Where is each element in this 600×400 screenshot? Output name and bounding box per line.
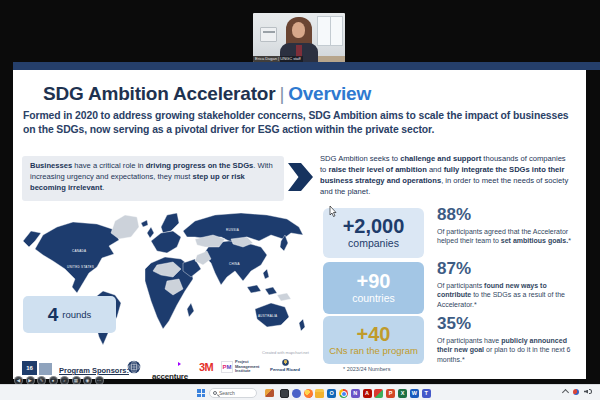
chrome-icon[interactable] [339,389,348,398]
chevron-right-icon [288,163,313,191]
desktop-app-icon[interactable] [280,389,289,398]
slide-number: 16 [22,361,37,375]
map-credit: Created with mapchart.net [262,350,309,355]
slide-title-separator: | [275,83,288,104]
stat-pct-87: 87% Of participants found new ways to co… [437,260,579,309]
widgets-button[interactable] [265,389,274,397]
stat-label-countries: countries [352,293,395,305]
teams-new-icon[interactable]: T [422,389,431,398]
tray-chevron-up-icon[interactable] [562,389,569,396]
pernod-ricard-logo: Pernod Ricard [265,359,305,372]
pct-desc-87: Of participants found new ways to contri… [437,281,579,309]
stat-value-companies: +2,000 [343,216,405,237]
map-label-russia: RUSSIA [226,229,239,232]
outlook-icon[interactable]: O [327,389,336,398]
un-global-compact-logo-icon [127,360,141,374]
taskbar-search[interactable]: Search [209,388,257,398]
stat-pct-88: 88% Of participants agreed that the Acce… [437,206,579,246]
stat-box-cns: +40 CNs ran the program [323,316,424,364]
pmi-logo-icon: PM [221,361,233,373]
slide-intro-text: Formed in 2020 to address growing stakeh… [23,109,575,138]
office-printer [260,27,277,42]
accenture-logo: accenture [152,365,188,379]
search-placeholder: Search [219,390,235,396]
meeting-screen: Erica Dugan | UNGC staff SDG Ambition Ac… [0,0,600,400]
pct-value-88: 88% [437,206,579,225]
rounds-label: rounds [62,309,91,320]
stat-pct-35: 35% Of participants have publicly announ… [437,315,579,364]
excel-icon[interactable]: X [398,389,407,398]
powerpoint-icon[interactable]: P [386,389,395,398]
pct-desc-88: Of participants agreed that the Accelera… [437,227,579,246]
program-sponsors-label: Program Sponsors: [59,366,129,375]
stat-box-countries: +90 countries [323,262,424,314]
stat-label-companies: companies [348,238,399,250]
shared-slide: SDG Ambition Accelerator|Overview Formed… [13,70,586,379]
footnote: * 2023/24 Numbers [343,366,390,372]
firefox-icon[interactable] [304,389,313,398]
stat-value-cns: +40 [357,324,391,345]
tray-app-icon[interactable] [573,389,579,395]
participant-face [292,22,305,38]
teams-icon[interactable] [292,389,301,398]
3m-logo: 3M [199,361,213,373]
rounds-value: 4 [48,304,59,326]
mouse-cursor [329,206,337,217]
start-button[interactable] [197,389,205,397]
map-label-china: CHINA [229,263,240,266]
search-icon [213,391,217,395]
stat-box-companies: +2,000 companies [323,208,424,258]
acrobat-icon[interactable]: A [363,389,372,398]
pmi-logo: PM Project Management Institute [221,360,271,374]
map-label-australia: AUSTRALIA [258,315,277,318]
callout-businesses: Businesses have a critical role in drivi… [22,156,284,201]
system-tray [563,388,592,395]
windows-taskbar: Search O N A P X W T [0,384,600,400]
taskbar-icons: O N A P X W T [280,389,431,398]
onenote-icon[interactable]: N [351,389,360,398]
callout-sdg-ambition: SDG Ambition seeks to challenge and supp… [320,153,574,197]
pct-desc-35: Of participants have publicly announced … [437,336,579,364]
slide-title-main: SDG Ambition Accelerator [43,83,275,104]
accenture-caret-icon [178,362,181,366]
rounds-badge: 4 rounds [23,296,116,333]
pct-value-35: 35% [437,315,579,334]
participant-video[interactable]: Erica Dugan | UNGC staff [253,13,345,62]
map-label-canada: CANADA [72,250,86,253]
office-window [317,16,343,46]
slide-title-accent: Overview [288,83,371,104]
stat-value-countries: +90 [357,271,391,292]
pernod-ricard-emblem-icon [282,359,289,366]
snipping-tool-icon[interactable] [374,389,383,398]
footer-decoration-square [39,363,52,375]
slide-top-border [13,62,600,70]
accenture-wordmark: accenture [152,372,188,379]
word-icon[interactable]: W [410,389,419,398]
map-label-united-states: UNITED STATES [67,266,94,269]
file-explorer-icon[interactable] [315,389,324,398]
volume-icon[interactable] [584,388,592,395]
stat-label-cns: CNs ran the program [329,346,418,356]
pct-value-87: 87% [437,260,579,279]
slide-title: SDG Ambition Accelerator|Overview [43,83,371,105]
pernod-ricard-text: Pernod Ricard [265,367,305,372]
